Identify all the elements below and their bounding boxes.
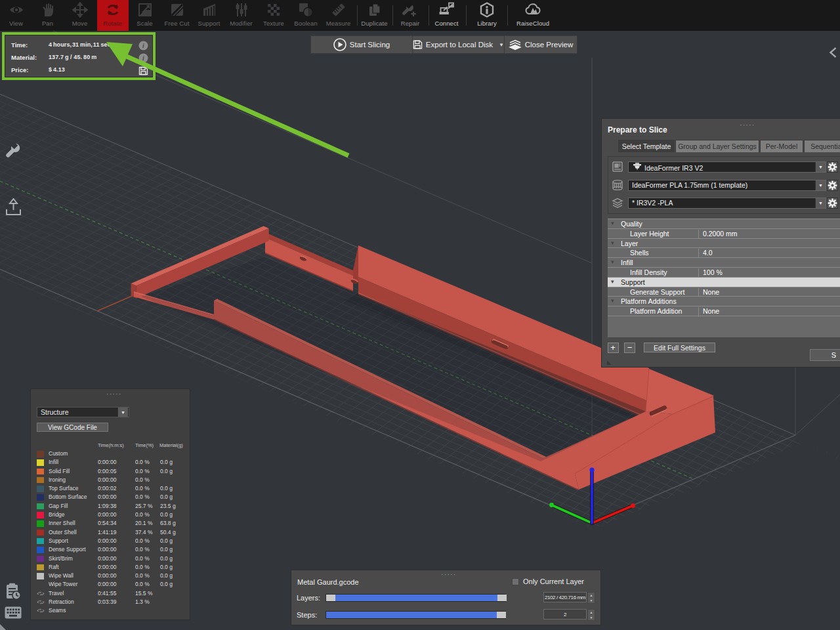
svg-text:i: i [142, 42, 144, 49]
svg-text:i: i [142, 54, 144, 62]
